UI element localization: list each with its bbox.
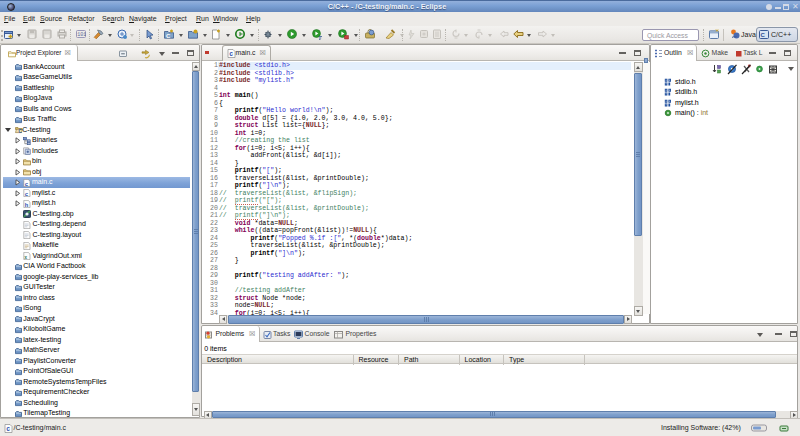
svg-text:c: c [24, 180, 28, 186]
svg-text:C: C [761, 32, 766, 38]
svg-text:c: c [229, 51, 233, 58]
svg-text:101: 101 [77, 32, 86, 38]
svg-text:x: x [24, 255, 27, 260]
svg-text:h: h [24, 201, 28, 207]
svg-text:c: c [24, 191, 28, 197]
svg-text:C: C [166, 33, 171, 39]
svg-text:c: c [6, 426, 10, 433]
